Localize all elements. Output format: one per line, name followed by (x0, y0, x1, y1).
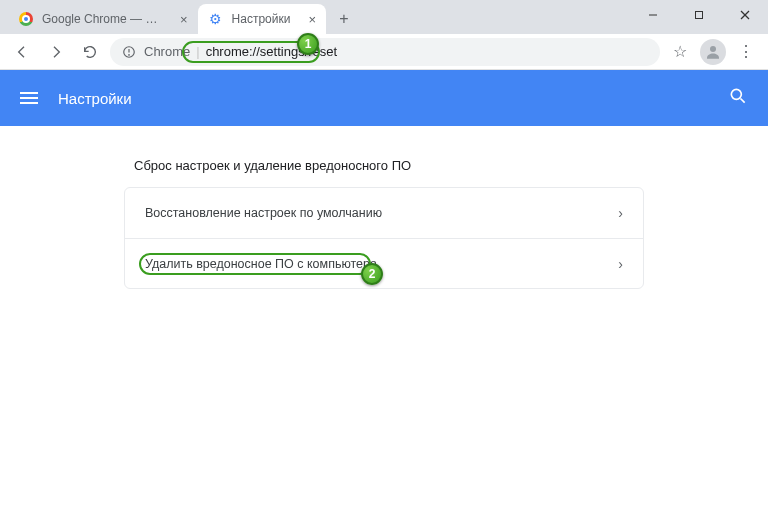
chevron-right-icon: › (618, 256, 623, 272)
tab-label: Google Chrome — скачать бесп (42, 12, 162, 26)
reset-section: Сброс настроек и удаление вредоносного П… (124, 150, 644, 289)
close-window-button[interactable] (722, 0, 768, 30)
chevron-right-icon: › (618, 205, 623, 221)
new-tab-button[interactable]: + (330, 5, 358, 33)
annotation-badge-1: 1 (297, 33, 319, 55)
svg-rect-1 (696, 12, 703, 19)
row-label: Восстановление настроек по умолчанию (145, 206, 382, 220)
row-clean-up-computer[interactable]: Удалить вредоносное ПО с компьютера › 2 (125, 238, 643, 288)
search-icon[interactable] (728, 86, 748, 110)
svg-line-9 (741, 99, 745, 103)
row-restore-defaults[interactable]: Восстановление настроек по умолчанию › (125, 188, 643, 238)
row-label: Удалить вредоносное ПО с компьютера (145, 257, 377, 271)
url-scheme-label: Chrome (144, 44, 190, 59)
chrome-icon (18, 11, 34, 27)
tab-settings[interactable]: ⚙ Настройки × (198, 4, 326, 34)
gear-icon: ⚙ (208, 11, 224, 27)
svg-point-6 (129, 54, 130, 55)
page-title: Настройки (58, 90, 132, 107)
address-bar[interactable]: Chrome | chrome://settings/reset (110, 38, 660, 66)
bookmark-star-icon[interactable]: ☆ (666, 38, 694, 66)
titlebar: Google Chrome — скачать бесп × ⚙ Настрой… (0, 0, 768, 34)
svg-point-7 (710, 46, 716, 52)
forward-button[interactable] (42, 38, 70, 66)
tab-label: Настройки (232, 12, 291, 26)
toolbar: Chrome | chrome://settings/reset ☆ ⋮ (0, 34, 768, 70)
back-button[interactable] (8, 38, 36, 66)
settings-header: Настройки (0, 70, 768, 126)
minimize-button[interactable] (630, 0, 676, 30)
settings-card: Восстановление настроек по умолчанию › У… (124, 187, 644, 289)
close-icon[interactable]: × (308, 12, 316, 27)
close-icon[interactable]: × (180, 12, 188, 27)
site-info-icon[interactable] (122, 45, 136, 59)
svg-point-8 (731, 89, 741, 99)
reload-button[interactable] (76, 38, 104, 66)
profile-avatar[interactable] (700, 39, 726, 65)
tab-chrome-download[interactable]: Google Chrome — скачать бесп × (8, 4, 198, 34)
menu-icon[interactable] (20, 89, 38, 107)
kebab-menu-icon[interactable]: ⋮ (732, 38, 760, 66)
content-area: Сброс настроек и удаление вредоносного П… (0, 126, 768, 313)
annotation-badge-2: 2 (361, 263, 383, 285)
section-title: Сброс настроек и удаление вредоносного П… (134, 158, 644, 173)
maximize-button[interactable] (676, 0, 722, 30)
window-controls (630, 0, 768, 30)
